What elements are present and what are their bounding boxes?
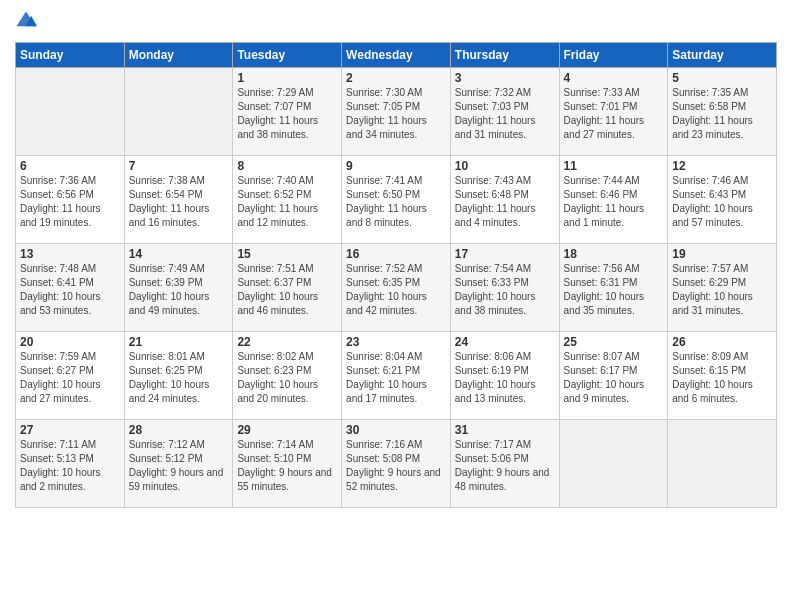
weekday-header: Friday	[559, 43, 668, 68]
calendar-cell: 24Sunrise: 8:06 AMSunset: 6:19 PMDayligh…	[450, 332, 559, 420]
day-info: Sunrise: 7:29 AMSunset: 7:07 PMDaylight:…	[237, 86, 337, 142]
header	[15, 10, 777, 32]
day-info: Sunrise: 7:12 AMSunset: 5:12 PMDaylight:…	[129, 438, 229, 494]
logo-icon	[15, 10, 37, 32]
day-number: 13	[20, 247, 120, 261]
day-number: 5	[672, 71, 772, 85]
day-number: 8	[237, 159, 337, 173]
day-info: Sunrise: 7:40 AMSunset: 6:52 PMDaylight:…	[237, 174, 337, 230]
day-info: Sunrise: 7:41 AMSunset: 6:50 PMDaylight:…	[346, 174, 446, 230]
calendar-cell: 2Sunrise: 7:30 AMSunset: 7:05 PMDaylight…	[342, 68, 451, 156]
calendar-cell: 21Sunrise: 8:01 AMSunset: 6:25 PMDayligh…	[124, 332, 233, 420]
calendar-cell: 17Sunrise: 7:54 AMSunset: 6:33 PMDayligh…	[450, 244, 559, 332]
calendar-cell: 22Sunrise: 8:02 AMSunset: 6:23 PMDayligh…	[233, 332, 342, 420]
calendar-cell: 23Sunrise: 8:04 AMSunset: 6:21 PMDayligh…	[342, 332, 451, 420]
day-info: Sunrise: 7:59 AMSunset: 6:27 PMDaylight:…	[20, 350, 120, 406]
day-number: 31	[455, 423, 555, 437]
day-info: Sunrise: 7:17 AMSunset: 5:06 PMDaylight:…	[455, 438, 555, 494]
calendar-table: SundayMondayTuesdayWednesdayThursdayFrid…	[15, 42, 777, 508]
day-info: Sunrise: 7:36 AMSunset: 6:56 PMDaylight:…	[20, 174, 120, 230]
day-info: Sunrise: 8:06 AMSunset: 6:19 PMDaylight:…	[455, 350, 555, 406]
calendar-week-row: 1Sunrise: 7:29 AMSunset: 7:07 PMDaylight…	[16, 68, 777, 156]
day-number: 24	[455, 335, 555, 349]
calendar-cell: 25Sunrise: 8:07 AMSunset: 6:17 PMDayligh…	[559, 332, 668, 420]
day-info: Sunrise: 8:01 AMSunset: 6:25 PMDaylight:…	[129, 350, 229, 406]
day-info: Sunrise: 7:33 AMSunset: 7:01 PMDaylight:…	[564, 86, 664, 142]
day-info: Sunrise: 8:04 AMSunset: 6:21 PMDaylight:…	[346, 350, 446, 406]
calendar-cell: 29Sunrise: 7:14 AMSunset: 5:10 PMDayligh…	[233, 420, 342, 508]
day-number: 26	[672, 335, 772, 349]
day-number: 6	[20, 159, 120, 173]
calendar-cell: 26Sunrise: 8:09 AMSunset: 6:15 PMDayligh…	[668, 332, 777, 420]
weekday-header: Monday	[124, 43, 233, 68]
calendar-cell	[124, 68, 233, 156]
calendar-cell: 16Sunrise: 7:52 AMSunset: 6:35 PMDayligh…	[342, 244, 451, 332]
day-info: Sunrise: 7:35 AMSunset: 6:58 PMDaylight:…	[672, 86, 772, 142]
weekday-header: Saturday	[668, 43, 777, 68]
calendar-cell: 7Sunrise: 7:38 AMSunset: 6:54 PMDaylight…	[124, 156, 233, 244]
day-number: 28	[129, 423, 229, 437]
weekday-header: Tuesday	[233, 43, 342, 68]
day-number: 4	[564, 71, 664, 85]
calendar-cell: 30Sunrise: 7:16 AMSunset: 5:08 PMDayligh…	[342, 420, 451, 508]
calendar-cell: 6Sunrise: 7:36 AMSunset: 6:56 PMDaylight…	[16, 156, 125, 244]
day-info: Sunrise: 7:32 AMSunset: 7:03 PMDaylight:…	[455, 86, 555, 142]
calendar-week-row: 6Sunrise: 7:36 AMSunset: 6:56 PMDaylight…	[16, 156, 777, 244]
day-info: Sunrise: 7:57 AMSunset: 6:29 PMDaylight:…	[672, 262, 772, 318]
calendar-cell: 20Sunrise: 7:59 AMSunset: 6:27 PMDayligh…	[16, 332, 125, 420]
day-number: 22	[237, 335, 337, 349]
day-number: 9	[346, 159, 446, 173]
day-number: 25	[564, 335, 664, 349]
day-info: Sunrise: 8:02 AMSunset: 6:23 PMDaylight:…	[237, 350, 337, 406]
day-number: 17	[455, 247, 555, 261]
day-info: Sunrise: 7:11 AMSunset: 5:13 PMDaylight:…	[20, 438, 120, 494]
calendar-week-row: 13Sunrise: 7:48 AMSunset: 6:41 PMDayligh…	[16, 244, 777, 332]
day-number: 29	[237, 423, 337, 437]
day-number: 15	[237, 247, 337, 261]
header-row: SundayMondayTuesdayWednesdayThursdayFrid…	[16, 43, 777, 68]
calendar-cell: 27Sunrise: 7:11 AMSunset: 5:13 PMDayligh…	[16, 420, 125, 508]
day-info: Sunrise: 7:44 AMSunset: 6:46 PMDaylight:…	[564, 174, 664, 230]
calendar-cell: 18Sunrise: 7:56 AMSunset: 6:31 PMDayligh…	[559, 244, 668, 332]
day-number: 20	[20, 335, 120, 349]
weekday-header: Wednesday	[342, 43, 451, 68]
day-number: 14	[129, 247, 229, 261]
day-info: Sunrise: 7:46 AMSunset: 6:43 PMDaylight:…	[672, 174, 772, 230]
calendar-cell: 28Sunrise: 7:12 AMSunset: 5:12 PMDayligh…	[124, 420, 233, 508]
weekday-header: Sunday	[16, 43, 125, 68]
day-info: Sunrise: 7:38 AMSunset: 6:54 PMDaylight:…	[129, 174, 229, 230]
calendar-cell: 5Sunrise: 7:35 AMSunset: 6:58 PMDaylight…	[668, 68, 777, 156]
day-info: Sunrise: 7:56 AMSunset: 6:31 PMDaylight:…	[564, 262, 664, 318]
calendar-cell: 19Sunrise: 7:57 AMSunset: 6:29 PMDayligh…	[668, 244, 777, 332]
calendar-cell: 3Sunrise: 7:32 AMSunset: 7:03 PMDaylight…	[450, 68, 559, 156]
day-info: Sunrise: 7:52 AMSunset: 6:35 PMDaylight:…	[346, 262, 446, 318]
day-number: 30	[346, 423, 446, 437]
day-info: Sunrise: 7:54 AMSunset: 6:33 PMDaylight:…	[455, 262, 555, 318]
calendar-cell: 8Sunrise: 7:40 AMSunset: 6:52 PMDaylight…	[233, 156, 342, 244]
day-number: 19	[672, 247, 772, 261]
day-number: 3	[455, 71, 555, 85]
day-number: 7	[129, 159, 229, 173]
day-number: 12	[672, 159, 772, 173]
calendar-week-row: 27Sunrise: 7:11 AMSunset: 5:13 PMDayligh…	[16, 420, 777, 508]
weekday-header: Thursday	[450, 43, 559, 68]
day-info: Sunrise: 8:09 AMSunset: 6:15 PMDaylight:…	[672, 350, 772, 406]
calendar-cell: 14Sunrise: 7:49 AMSunset: 6:39 PMDayligh…	[124, 244, 233, 332]
calendar-cell: 4Sunrise: 7:33 AMSunset: 7:01 PMDaylight…	[559, 68, 668, 156]
day-number: 1	[237, 71, 337, 85]
calendar-cell: 11Sunrise: 7:44 AMSunset: 6:46 PMDayligh…	[559, 156, 668, 244]
day-info: Sunrise: 7:51 AMSunset: 6:37 PMDaylight:…	[237, 262, 337, 318]
calendar-cell: 13Sunrise: 7:48 AMSunset: 6:41 PMDayligh…	[16, 244, 125, 332]
day-number: 23	[346, 335, 446, 349]
day-info: Sunrise: 7:14 AMSunset: 5:10 PMDaylight:…	[237, 438, 337, 494]
day-info: Sunrise: 7:49 AMSunset: 6:39 PMDaylight:…	[129, 262, 229, 318]
calendar-container: SundayMondayTuesdayWednesdayThursdayFrid…	[0, 0, 792, 523]
calendar-cell: 10Sunrise: 7:43 AMSunset: 6:48 PMDayligh…	[450, 156, 559, 244]
calendar-cell: 12Sunrise: 7:46 AMSunset: 6:43 PMDayligh…	[668, 156, 777, 244]
day-number: 11	[564, 159, 664, 173]
logo	[15, 10, 41, 32]
day-info: Sunrise: 7:43 AMSunset: 6:48 PMDaylight:…	[455, 174, 555, 230]
day-number: 10	[455, 159, 555, 173]
calendar-week-row: 20Sunrise: 7:59 AMSunset: 6:27 PMDayligh…	[16, 332, 777, 420]
calendar-cell: 31Sunrise: 7:17 AMSunset: 5:06 PMDayligh…	[450, 420, 559, 508]
